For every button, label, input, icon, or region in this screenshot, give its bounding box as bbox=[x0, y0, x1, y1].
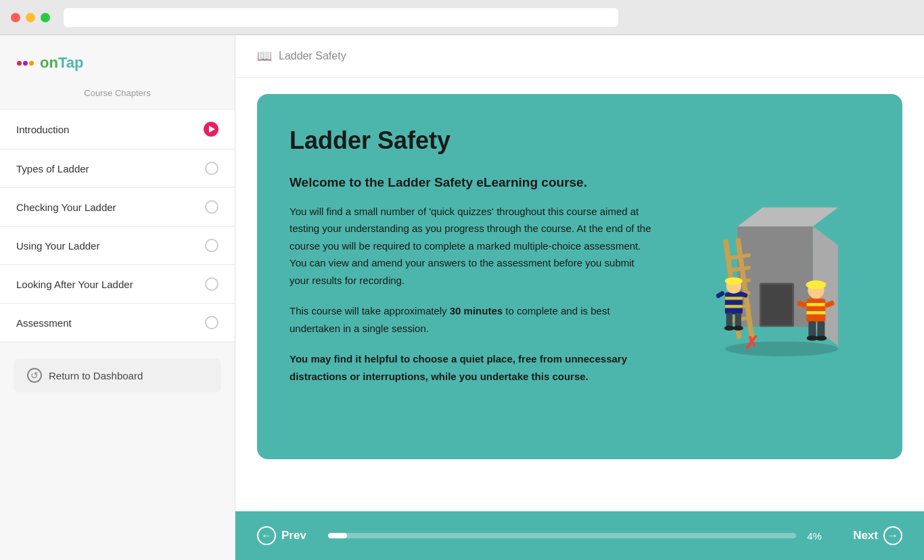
course-body-paragraph2: This course will take approximately 30 m… bbox=[290, 302, 653, 337]
content-main: Ladder Safety Welcome to the Ladder Safe… bbox=[235, 78, 924, 511]
return-to-dashboard-button[interactable]: ↺ Return to Dashboard bbox=[14, 358, 221, 392]
progress-container: 4% bbox=[328, 530, 831, 542]
svg-rect-5 bbox=[762, 285, 793, 325]
course-intro-heading: Welcome to the Ladder Safety eLearning c… bbox=[290, 174, 653, 192]
close-dot[interactable] bbox=[11, 13, 20, 22]
svg-rect-22 bbox=[726, 313, 733, 327]
chapter-label: Using Your Ladder bbox=[16, 240, 99, 252]
maximize-dot[interactable] bbox=[41, 13, 50, 22]
prev-circle-icon: ← bbox=[257, 526, 276, 545]
svg-rect-23 bbox=[735, 313, 741, 327]
content-header-title: Ladder Safety bbox=[279, 50, 346, 62]
svg-text:✗: ✗ bbox=[744, 333, 759, 353]
course-card-title: Ladder Safety bbox=[290, 126, 653, 155]
logo-dot-2 bbox=[23, 61, 28, 66]
chapter-label: Introduction bbox=[16, 124, 69, 135]
logo-dot-3 bbox=[29, 61, 34, 66]
chapter-radio bbox=[205, 200, 218, 214]
svg-rect-34 bbox=[808, 321, 816, 337]
chapter-list: Introduction Types of Ladder Checking Yo… bbox=[0, 109, 235, 342]
chapter-radio bbox=[205, 316, 218, 329]
return-btn-label: Return to Dashboard bbox=[49, 370, 143, 381]
progress-label: 4% bbox=[807, 530, 831, 542]
svg-rect-20 bbox=[716, 290, 726, 298]
main-layout: onTap Course Chapters Introduction Types… bbox=[0, 35, 924, 560]
chapter-item-introduction[interactable]: Introduction bbox=[0, 109, 235, 149]
logo: onTap bbox=[0, 35, 235, 83]
svg-rect-26 bbox=[806, 299, 825, 323]
prev-label: Prev bbox=[281, 529, 306, 542]
svg-rect-35 bbox=[817, 321, 825, 337]
svg-point-0 bbox=[725, 342, 838, 356]
footer-nav: ← Prev 4% Next → bbox=[235, 511, 924, 560]
chapter-item-types-of-ladder[interactable]: Types of Ladder bbox=[0, 149, 235, 187]
course-card: Ladder Safety Welcome to the Ladder Safe… bbox=[257, 94, 902, 459]
svg-rect-15 bbox=[725, 297, 743, 300]
title-bar bbox=[0, 0, 924, 35]
svg-point-37 bbox=[815, 335, 827, 340]
svg-point-25 bbox=[733, 325, 743, 330]
prev-button[interactable]: ← Prev bbox=[257, 526, 306, 545]
course-body-paragraph3: You may find it helpful to choose a quie… bbox=[290, 350, 653, 385]
svg-rect-19 bbox=[727, 279, 741, 283]
url-bar[interactable] bbox=[64, 8, 618, 27]
svg-rect-31 bbox=[808, 282, 823, 287]
svg-rect-27 bbox=[806, 303, 825, 306]
course-body-paragraph1: You will find a small number of 'quick q… bbox=[290, 203, 653, 289]
svg-rect-28 bbox=[806, 311, 825, 314]
content-header: 📖 Ladder Safety bbox=[235, 35, 924, 78]
next-label: Next bbox=[853, 529, 878, 542]
next-circle-icon: → bbox=[883, 526, 902, 545]
progress-bar-background bbox=[328, 533, 796, 538]
svg-marker-3 bbox=[737, 208, 838, 227]
chapter-item-assessment[interactable]: Assessment bbox=[0, 303, 235, 342]
chapter-item-looking-after-your-ladder[interactable]: Looking After Your Ladder bbox=[0, 264, 235, 303]
section-title: Course Chapters bbox=[0, 83, 235, 109]
chapter-label: Checking Your Ladder bbox=[16, 202, 116, 213]
logo-dots bbox=[16, 60, 34, 66]
chapter-radio bbox=[205, 162, 218, 175]
logo-dot-1 bbox=[17, 61, 22, 66]
play-icon-active bbox=[204, 122, 218, 137]
book-icon: 📖 bbox=[257, 49, 272, 64]
return-icon: ↺ bbox=[27, 368, 42, 383]
chapter-item-using-your-ladder[interactable]: Using Your Ladder bbox=[0, 226, 235, 264]
svg-rect-16 bbox=[725, 305, 743, 308]
svg-point-24 bbox=[724, 325, 735, 330]
chapter-label: Types of Ladder bbox=[16, 163, 89, 174]
chapter-radio bbox=[205, 239, 218, 252]
course-text: Ladder Safety Welcome to the Ladder Safe… bbox=[290, 126, 653, 427]
chapter-radio bbox=[205, 277, 218, 291]
chapter-item-checking-your-ladder[interactable]: Checking Your Ladder bbox=[0, 187, 235, 226]
next-button[interactable]: Next → bbox=[853, 526, 902, 545]
illustration-svg: ✗ bbox=[687, 189, 863, 365]
sidebar: onTap Course Chapters Introduction Types… bbox=[0, 35, 235, 560]
chapter-label: Assessment bbox=[16, 317, 72, 329]
minimize-dot[interactable] bbox=[26, 13, 35, 22]
content-area: 📖 Ladder Safety Ladder Safety Welcome to… bbox=[235, 35, 924, 560]
chapter-label: Looking After Your Ladder bbox=[16, 279, 133, 290]
logo-text: onTap bbox=[40, 54, 83, 72]
course-illustration: ✗ bbox=[680, 126, 870, 427]
progress-bar-fill bbox=[328, 533, 347, 538]
